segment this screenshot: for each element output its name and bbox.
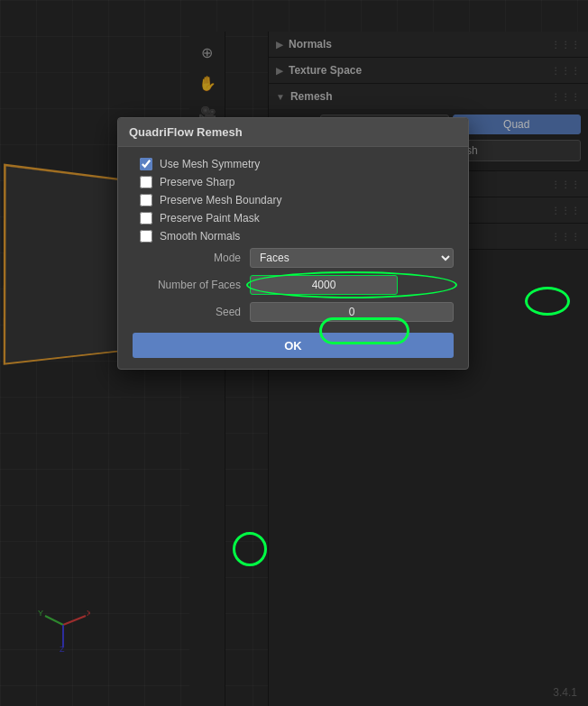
mode-field-label: Mode bbox=[133, 252, 250, 264]
mode-select[interactable]: Faces Verts Edge Length bbox=[250, 248, 454, 268]
number-of-faces-label: Number of Faces bbox=[133, 279, 250, 291]
dialog-overlay: QuadriFlow Remesh Use Mesh Symmetry Pres… bbox=[0, 0, 588, 706]
use-mesh-symmetry-row: Use Mesh Symmetry bbox=[133, 158, 454, 170]
dialog-title: QuadriFlow Remesh bbox=[118, 118, 468, 147]
smooth-normals-checkbox[interactable] bbox=[140, 230, 152, 243]
preserve-paint-mask-label: Preserve Paint Mask bbox=[160, 212, 260, 225]
preserve-mesh-boundary-row: Preserve Mesh Boundary bbox=[133, 194, 454, 206]
smooth-normals-row: Smooth Normals bbox=[133, 230, 454, 243]
seed-input[interactable] bbox=[250, 302, 454, 322]
ok-button[interactable]: OK bbox=[133, 333, 454, 358]
preserve-mesh-boundary-checkbox[interactable] bbox=[140, 194, 152, 206]
number-of-faces-input[interactable] bbox=[250, 275, 398, 295]
preserve-paint-mask-row: Preserve Paint Mask bbox=[133, 212, 454, 225]
dialog-body: Use Mesh Symmetry Preserve Sharp Preserv… bbox=[118, 147, 468, 369]
mode-row: Mode Faces Verts Edge Length bbox=[133, 248, 454, 268]
use-mesh-symmetry-label: Use Mesh Symmetry bbox=[160, 158, 260, 170]
use-mesh-symmetry-checkbox[interactable] bbox=[140, 158, 152, 170]
preserve-sharp-checkbox[interactable] bbox=[140, 176, 152, 188]
preserve-mesh-boundary-label: Preserve Mesh Boundary bbox=[160, 194, 281, 206]
quadriflow-dialog: QuadriFlow Remesh Use Mesh Symmetry Pres… bbox=[117, 117, 469, 370]
number-of-faces-row: Number of Faces bbox=[133, 275, 454, 295]
preserve-sharp-row: Preserve Sharp bbox=[133, 176, 454, 188]
seed-row: Seed bbox=[133, 302, 454, 322]
seed-label: Seed bbox=[133, 306, 250, 318]
preserve-paint-mask-checkbox[interactable] bbox=[140, 212, 152, 225]
number-of-faces-field bbox=[250, 275, 454, 295]
preserve-sharp-label: Preserve Sharp bbox=[160, 176, 234, 188]
smooth-normals-label: Smooth Normals bbox=[160, 230, 240, 243]
